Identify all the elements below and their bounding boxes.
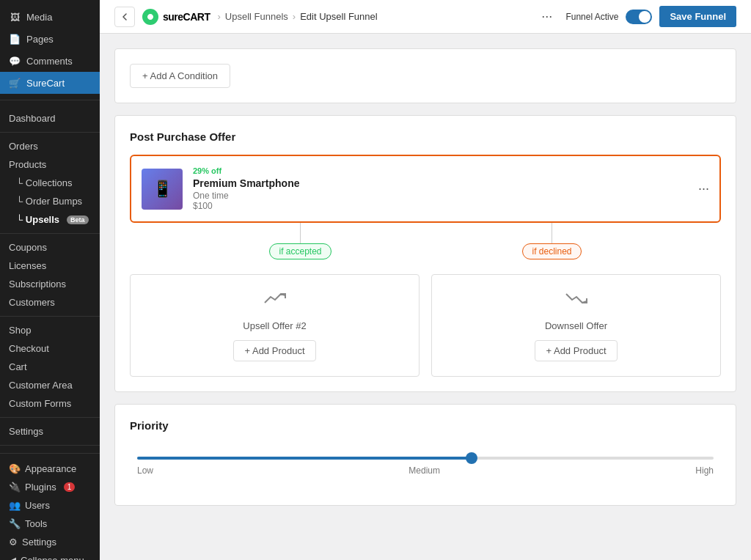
product-billing: One time	[193, 191, 688, 201]
sidebar-item-customer-area[interactable]: Customer Area	[0, 376, 100, 394]
offer-boxes: Upsell Offer #2 + Add Product Downsell O…	[130, 274, 721, 377]
tools-icon: 🔧	[9, 518, 21, 529]
sidebar-item-collapse[interactable]: ◀ Collapse menu	[0, 551, 100, 560]
add-condition-card: + Add A Condition	[114, 48, 736, 103]
sidebar-item-dashboard[interactable]: Dashboard	[0, 109, 100, 128]
breadcrumb-sep2: ›	[293, 11, 296, 22]
product-name: Premium Smartphone	[193, 177, 688, 189]
sidebar-item-comments[interactable]: 💬 Comments	[0, 50, 100, 72]
funnel-active-label: Funnel Active	[565, 12, 618, 22]
right-connector-line	[552, 223, 552, 243]
sidebar-item-settings[interactable]: Settings	[0, 422, 100, 441]
post-purchase-card: Post Purchase Offer 📱 29% off Premium Sm…	[114, 115, 736, 392]
settings-icon: ⚙	[9, 537, 18, 548]
logo-circle	[142, 9, 158, 25]
left-connector-line	[300, 223, 301, 243]
brand-logo: sureCART	[142, 9, 210, 25]
content-area: + Add A Condition Post Purchase Offer 📱 …	[100, 34, 751, 560]
more-options-button[interactable]: ···	[535, 6, 558, 27]
sidebar-item-surecart[interactable]: 🛒 SureCart	[0, 72, 100, 94]
sidebar-item-collections[interactable]: └ Collections	[0, 174, 100, 192]
upsell-offer-box: Upsell Offer #2 + Add Product	[130, 274, 420, 377]
sidebar-item-users[interactable]: 👥 Users	[0, 496, 100, 515]
slider-labels: Low Medium High	[137, 465, 714, 476]
post-purchase-title: Post Purchase Offer	[130, 130, 721, 143]
product-offer: 📱 29% off Premium Smartphone One time $1…	[130, 155, 721, 223]
product-price: $100	[193, 201, 688, 211]
sidebar-menu: Dashboard Orders Products └ Collections …	[0, 100, 100, 453]
sidebar-item-upsells[interactable]: └ Upsells Beta	[0, 210, 100, 229]
slider-thumb[interactable]	[466, 452, 477, 464]
sidebar-bottom: 🎨 Appearance 🔌 Plugins 1 👥 Users 🔧 Tools…	[0, 453, 100, 560]
users-icon: 👥	[9, 500, 21, 511]
breadcrumb-sep1: ›	[217, 11, 220, 22]
priority-title: Priority	[130, 419, 721, 432]
sidebar-item-appearance[interactable]: 🎨 Appearance	[0, 460, 100, 478]
pages-icon: 📄	[9, 33, 21, 45]
product-more-options-button[interactable]: ···	[698, 181, 709, 196]
plugins-icon: 🔌	[9, 482, 21, 493]
comments-icon: 💬	[9, 55, 21, 67]
slider-wrapper: Low Medium High	[130, 457, 721, 476]
sidebar-item-coupons[interactable]: Coupons	[0, 238, 100, 257]
downsell-offer-title: Downsell Offer	[545, 320, 607, 331]
add-condition-button[interactable]: + Add A Condition	[130, 64, 230, 88]
slider-track	[137, 457, 714, 460]
logo-icon	[146, 12, 155, 21]
sidebar-item-customers[interactable]: Customers	[0, 293, 100, 312]
topbar: sureCART › Upsell Funnels › Edit Upsell …	[100, 0, 751, 34]
slider-high-label: High	[695, 465, 714, 476]
sidebar-item-shop[interactable]: Shop	[0, 321, 100, 339]
breadcrumb-parent[interactable]: Upsell Funnels	[225, 11, 288, 22]
sidebar-item-orders[interactable]: Orders	[0, 137, 100, 155]
breadcrumb-current: Edit Upsell Funnel	[300, 11, 378, 22]
upsells-beta-badge: Beta	[67, 215, 89, 224]
product-info: 29% off Premium Smartphone One time $100	[193, 166, 688, 211]
slider-fill	[137, 457, 472, 460]
save-funnel-button[interactable]: Save Funnel	[659, 6, 736, 27]
product-discount: 29% off	[193, 166, 688, 175]
downsell-trend-icon	[565, 290, 588, 312]
sidebar-item-pages[interactable]: 📄 Pages	[0, 28, 100, 50]
upsell-trend-icon	[263, 290, 287, 312]
sidebar-item-plugins[interactable]: 🔌 Plugins 1	[0, 478, 100, 496]
surecart-icon: 🛒	[9, 77, 21, 89]
sidebar-item-subscriptions[interactable]: Subscriptions	[0, 275, 100, 293]
accepted-tag: if accepted	[269, 243, 331, 259]
upsell-add-product-button[interactable]: + Add Product	[233, 340, 315, 361]
sidebar-item-products[interactable]: Products	[0, 155, 100, 174]
downsell-offer-box: Downsell Offer + Add Product	[431, 274, 721, 377]
sidebar-item-tools[interactable]: 🔧 Tools	[0, 515, 100, 533]
downsell-add-product-button[interactable]: + Add Product	[535, 340, 617, 361]
toggle-knob	[639, 11, 651, 23]
slider-mid-label: Medium	[409, 465, 440, 476]
back-button[interactable]	[114, 7, 135, 27]
main-area: sureCART › Upsell Funnels › Edit Upsell …	[100, 0, 751, 560]
upsell-offer-title: Upsell Offer #2	[243, 320, 306, 331]
brand-text: sureCART	[163, 11, 210, 23]
appearance-icon: 🎨	[9, 463, 21, 474]
plugins-badge: 1	[64, 482, 76, 492]
sidebar: 🖼 Media 📄 Pages 💬 Comments 🛒 SureCart Da…	[0, 0, 100, 560]
priority-card: Priority Low Medium High	[114, 404, 736, 506]
back-arrow-icon	[121, 13, 128, 21]
sidebar-item-licenses[interactable]: Licenses	[0, 257, 100, 275]
sidebar-top: 🖼 Media 📄 Pages 💬 Comments 🛒 SureCart	[0, 0, 100, 100]
sidebar-item-custom-forms[interactable]: Custom Forms	[0, 394, 100, 413]
declined-tag: if declined	[522, 243, 581, 259]
sidebar-item-media[interactable]: 🖼 Media	[0, 6, 100, 28]
slider-low-label: Low	[137, 465, 153, 476]
sidebar-item-settings-bottom[interactable]: ⚙ Settings	[0, 533, 100, 551]
sidebar-item-order-bumps[interactable]: └ Order Bumps	[0, 192, 100, 210]
product-image: 📱	[142, 169, 183, 210]
sidebar-item-checkout[interactable]: Checkout	[0, 339, 100, 358]
breadcrumb: › Upsell Funnels › Edit Upsell Funnel	[217, 11, 377, 22]
priority-slider-container: Low Medium High	[130, 443, 721, 490]
sidebar-item-cart[interactable]: Cart	[0, 358, 100, 376]
media-icon: 🖼	[9, 11, 21, 23]
collapse-icon: ◀	[9, 555, 16, 560]
funnel-active-toggle[interactable]	[626, 10, 652, 24]
